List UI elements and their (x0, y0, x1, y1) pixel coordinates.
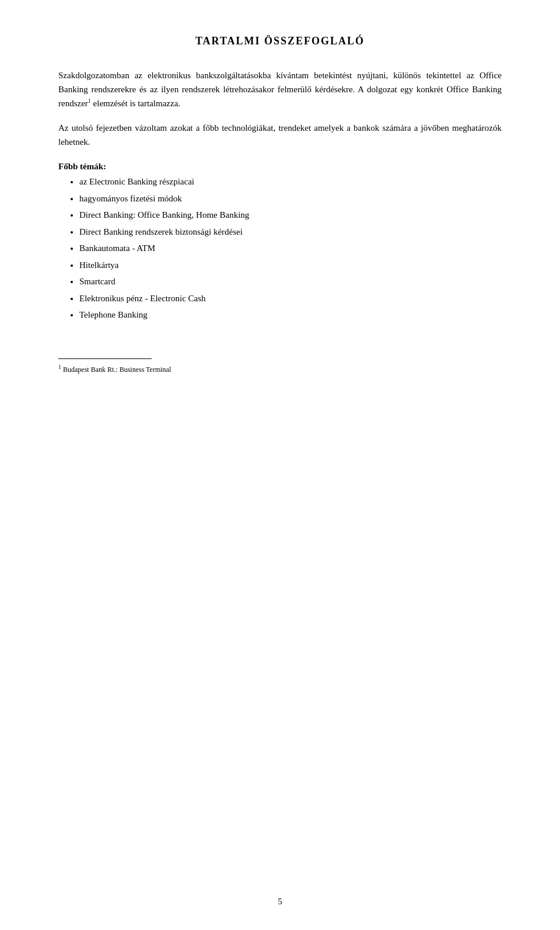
list-item: Elektronikus pénz - Electronic Cash (79, 290, 502, 307)
list-item: Hitelkártya (79, 257, 502, 274)
last-chapter-paragraph: Az utolsó fejezetben vázoltam azokat a f… (58, 121, 502, 149)
footnote-divider (58, 358, 152, 359)
page: TARTALMI ÖSSZEFOGLALÓ Szakdolgozatomban … (0, 0, 560, 930)
list-item: Direct Banking: Office Banking, Home Ban… (79, 207, 502, 224)
footnote-text: 1 Budapest Bank Rt.: Business Terminal (58, 363, 502, 375)
topics-label: Főbb témák: (58, 162, 106, 171)
page-number: 5 (278, 897, 282, 907)
list-item: Telephone Banking (79, 306, 502, 323)
paragraph1-end: elemzését is tartalmazza. (91, 99, 180, 108)
list-item: hagyományos fizetési módok (79, 190, 502, 207)
list-item: Direct Banking rendszerek biztonsági kér… (79, 224, 502, 241)
footnote-content: Budapest Bank Rt.: Business Terminal (63, 365, 171, 374)
list-item: az Electronic Banking részpiacai (79, 173, 502, 190)
page-title: TARTALMI ÖSSZEFOGLALÓ (58, 35, 502, 47)
list-item: Smartcard (79, 273, 502, 290)
topics-list: az Electronic Banking részpiacaihagyomán… (58, 173, 502, 323)
intro-paragraph: Szakdolgozatomban az elektronikus banksz… (58, 68, 502, 110)
list-item: Bankautomata - ATM (79, 240, 502, 257)
footnote-number: 1 (58, 364, 61, 370)
topics-section: Főbb témák: az Electronic Banking részpi… (58, 159, 502, 323)
